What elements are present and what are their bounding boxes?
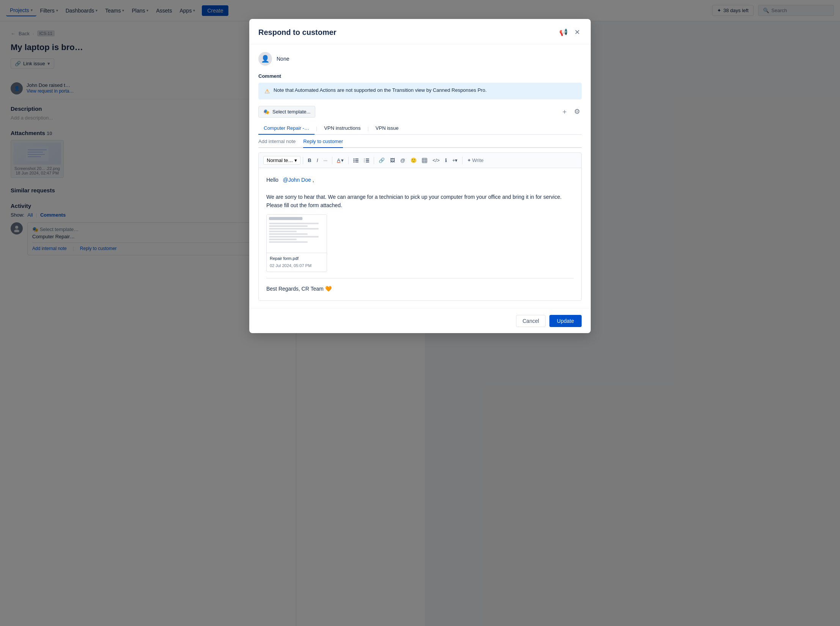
rich-text-editor: Normal te… ▾ B I ··· A ▾ 1.2.3. xyxy=(258,153,582,301)
text-color-button[interactable]: A ▾ xyxy=(335,156,346,165)
attachment-card-preview xyxy=(267,215,327,253)
numbered-list-button[interactable]: 1.2.3. xyxy=(362,156,371,165)
comment-label: Comment xyxy=(258,73,582,79)
avatar-label: None xyxy=(277,56,289,62)
svg-rect-16 xyxy=(366,160,369,161)
modal-header: Respond to customer 📢 ✕ xyxy=(249,19,591,44)
respond-to-customer-modal: Respond to customer 📢 ✕ 👤 None Comment ⚠… xyxy=(249,19,591,333)
template-selector: 🎭 Select template... ＋ ⚙ xyxy=(258,105,582,118)
attachment-filename: Repair form.pdf xyxy=(270,255,324,262)
more-formatting-button[interactable]: ··· xyxy=(321,156,330,165)
modal-footer: Cancel Update xyxy=(249,308,591,333)
attachment-card-info: Repair form.pdf 02 Jul 2024, 05:07 PM xyxy=(267,253,327,272)
editor-toolbar: Normal te… ▾ B I ··· A ▾ 1.2.3. xyxy=(259,153,581,168)
editor-content[interactable]: Hello @John Doe , We are sorry to hear t… xyxy=(259,168,581,300)
notice-text: Note that Automated Actions are not supp… xyxy=(274,87,487,93)
mention-button[interactable]: @ xyxy=(398,156,407,165)
mention-john-doe: @John Doe xyxy=(283,177,311,183)
settings-template-button[interactable]: ⚙ xyxy=(573,106,582,117)
tab-vpn-issue[interactable]: VPN issue xyxy=(370,122,404,135)
avatar-row: 👤 None xyxy=(258,52,582,66)
svg-rect-14 xyxy=(366,159,369,159)
editor-tabs: Add internal note Reply to customer xyxy=(258,135,582,148)
template-icon: 🎭 xyxy=(263,109,269,115)
select-template-button[interactable]: 🎭 Select template... xyxy=(258,106,315,118)
image-button[interactable]: 🖼 xyxy=(388,156,397,165)
modal-header-actions: 📢 ✕ xyxy=(558,27,582,38)
template-actions: ＋ ⚙ xyxy=(560,105,582,118)
attachment-filedate: 02 Jul 2024, 05:07 PM xyxy=(270,263,324,269)
text-color-chevron: ▾ xyxy=(341,157,344,163)
tab-vpn-instructions[interactable]: VPN instructions xyxy=(319,122,366,135)
none-avatar: 👤 xyxy=(258,52,272,66)
warning-icon: ⚠ xyxy=(264,88,270,95)
cancel-button[interactable]: Cancel xyxy=(516,315,546,327)
close-button[interactable]: ✕ xyxy=(573,27,582,38)
svg-rect-19 xyxy=(422,158,427,163)
body-text: We are sorry to hear that. We can arrang… xyxy=(266,193,574,210)
code-button[interactable]: </> xyxy=(430,156,442,165)
attachment-card[interactable]: Repair form.pdf 02 Jul 2024, 05:07 PM xyxy=(266,214,327,272)
modal-body: 👤 None Comment ⚠ Note that Automated Act… xyxy=(249,44,591,308)
italic-button[interactable]: I xyxy=(315,156,321,165)
svg-rect-18 xyxy=(366,162,369,162)
info-button[interactable]: ℹ xyxy=(443,156,449,165)
svg-rect-10 xyxy=(355,160,359,161)
svg-rect-12 xyxy=(355,162,359,162)
tab-reply-to-customer[interactable]: Reply to customer xyxy=(303,138,343,148)
more-options-button[interactable]: +▾ xyxy=(450,156,460,165)
link-button[interactable]: 🔗 xyxy=(376,156,387,165)
svg-point-11 xyxy=(353,161,354,162)
svg-text:3.: 3. xyxy=(364,161,365,163)
greeting-line: Hello @John Doe , xyxy=(266,176,574,184)
format-dropdown[interactable]: Normal te… ▾ xyxy=(263,156,300,165)
table-button[interactable] xyxy=(420,156,429,165)
add-template-button[interactable]: ＋ xyxy=(560,105,569,118)
template-tabs: Computer Repair -… | VPN instructions | … xyxy=(258,122,582,135)
update-button[interactable]: Update xyxy=(549,315,582,327)
editor-divider xyxy=(266,278,574,278)
emoji-button[interactable]: 🙂 xyxy=(408,156,419,165)
signature-line: Best Regards, CR Team 🧡 xyxy=(266,285,574,293)
write-icon: ✦ xyxy=(467,157,471,163)
write-button[interactable]: ✦ Write xyxy=(465,156,486,165)
svg-point-9 xyxy=(353,160,354,161)
format-chevron: ▾ xyxy=(294,157,297,163)
notice-box: ⚠ Note that Automated Actions are not su… xyxy=(258,83,582,99)
pdf-preview xyxy=(267,215,327,253)
modal-title: Respond to customer xyxy=(258,28,337,37)
announcement-button[interactable]: 📢 xyxy=(558,27,569,38)
tab-computer-repair[interactable]: Computer Repair -… xyxy=(258,122,315,135)
svg-point-7 xyxy=(353,158,354,159)
tab-add-internal-note[interactable]: Add internal note xyxy=(258,138,296,148)
bullet-list-button[interactable] xyxy=(351,156,361,165)
bold-button[interactable]: B xyxy=(305,156,313,165)
svg-rect-8 xyxy=(355,159,359,159)
